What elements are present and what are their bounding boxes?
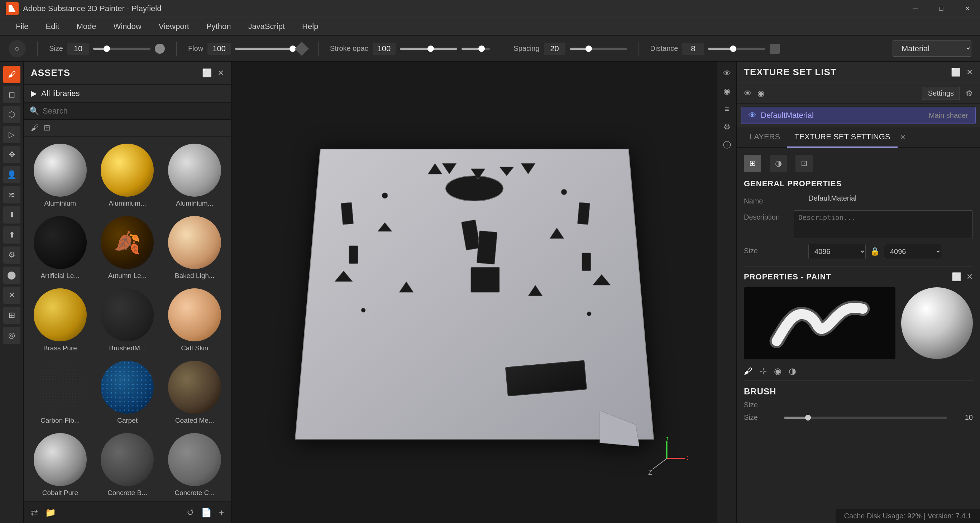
all-libraries-button[interactable]: ▶ All libraries bbox=[24, 84, 231, 103]
pp-close-icon[interactable]: ✕ bbox=[966, 272, 973, 281]
menu-file[interactable]: File bbox=[9, 20, 35, 33]
paint-dots-mode-icon[interactable]: ⊹ bbox=[760, 366, 767, 376]
list-item[interactable]: Brass Pure bbox=[28, 286, 92, 355]
list-item[interactable]: Aluminium... bbox=[162, 141, 227, 210]
list-item[interactable]: Autumn Le... bbox=[95, 213, 160, 283]
tsl-close-icon[interactable]: ✕ bbox=[966, 68, 973, 77]
layers-icon[interactable]: ≡ bbox=[719, 102, 735, 117]
brush-size-slider[interactable] bbox=[784, 416, 947, 419]
tab-layers[interactable]: LAYERS bbox=[743, 127, 787, 148]
tab-texture-set-settings[interactable]: TEXTURE SET SETTINGS bbox=[787, 127, 897, 148]
export-tool[interactable]: ⬆ bbox=[3, 226, 21, 243]
tss-square-icon[interactable]: ⊡ bbox=[795, 155, 813, 172]
anchor-tool[interactable]: ⬇ bbox=[3, 206, 21, 224]
visibility-icon[interactable]: 👁 bbox=[719, 66, 735, 81]
menu-javascript[interactable]: JavaScript bbox=[241, 20, 292, 33]
menu-viewport[interactable]: Viewport bbox=[151, 20, 196, 33]
folder-icon[interactable]: 📁 bbox=[45, 508, 56, 518]
add-icon[interactable]: + bbox=[219, 508, 224, 518]
toolbar-spacing-group: Spacing 20 bbox=[514, 43, 627, 55]
lock-icon[interactable]: 🔒 bbox=[870, 247, 880, 256]
menu-mode[interactable]: Mode bbox=[69, 20, 103, 33]
smudge-tool[interactable]: ≋ bbox=[3, 186, 21, 203]
tsl-toolbar: 👁 ◉ Settings ⚙ bbox=[737, 83, 980, 104]
settings-tool[interactable]: ⚙ bbox=[3, 246, 21, 264]
list-item[interactable]: Calf Skin bbox=[162, 286, 227, 355]
settings-icon[interactable]: ⚙ bbox=[719, 120, 735, 135]
viewport[interactable]: X Y Z bbox=[231, 62, 717, 523]
distance-value[interactable]: 8 bbox=[682, 43, 704, 55]
selection-tool[interactable]: ▷ bbox=[3, 126, 21, 143]
stroke-label: Stroke opac bbox=[330, 45, 368, 52]
menu-python[interactable]: Python bbox=[199, 20, 238, 33]
tsl-eye-icon[interactable]: 👁 bbox=[744, 89, 752, 98]
tsl-settings-button[interactable]: Settings bbox=[922, 87, 960, 100]
spacing-value[interactable]: 20 bbox=[544, 43, 565, 55]
search-input[interactable] bbox=[43, 107, 225, 116]
list-item[interactable]: Artificial Le... bbox=[28, 213, 92, 283]
material-select-wrapper[interactable]: Material bbox=[892, 40, 971, 57]
list-item[interactable]: BrushedM... bbox=[95, 286, 160, 355]
new-doc-icon[interactable]: 📄 bbox=[201, 508, 212, 518]
transform-tool[interactable]: ✥ bbox=[3, 146, 21, 163]
size-select-1[interactable]: 4096 2048 1024 512 bbox=[808, 244, 866, 259]
menu-edit[interactable]: Edit bbox=[38, 20, 66, 33]
list-item[interactable]: Carpet bbox=[95, 358, 160, 428]
eye-slash-icon[interactable]: ◉ bbox=[719, 84, 735, 99]
tsl-maximize-icon[interactable]: ⬜ bbox=[951, 68, 961, 77]
stroke-slider2[interactable] bbox=[461, 48, 490, 50]
assets-close-icon[interactable]: ✕ bbox=[218, 68, 224, 78]
texture-set-item[interactable]: 👁 DefaultMaterial Main shader bbox=[741, 107, 976, 124]
list-item[interactable]: Concrete C... bbox=[162, 430, 227, 500]
list-item[interactable]: Aluminium bbox=[28, 141, 92, 210]
minimize-button[interactable]: ─ bbox=[903, 0, 928, 17]
info-icon[interactable]: ⓘ bbox=[719, 138, 735, 153]
paint-brush-mode-icon[interactable]: 🖌 bbox=[744, 366, 752, 376]
stroke-slider[interactable] bbox=[400, 48, 457, 50]
tsl-eye-slash-icon[interactable]: ◉ bbox=[757, 89, 764, 98]
uv-tool[interactable]: ◎ bbox=[3, 327, 21, 344]
size-value[interactable]: 10 bbox=[67, 43, 89, 55]
list-item[interactable]: Concrete B... bbox=[95, 430, 160, 500]
tss-circle-icon[interactable]: ◑ bbox=[770, 155, 787, 172]
tss-tab-close[interactable]: ✕ bbox=[900, 133, 906, 141]
flow-value[interactable]: 100 bbox=[207, 43, 231, 55]
measure-tool[interactable]: ⊞ bbox=[3, 307, 21, 324]
distance-slider[interactable] bbox=[708, 48, 765, 50]
spacing-slider[interactable] bbox=[570, 48, 627, 50]
list-item[interactable]: Cobalt Pure bbox=[28, 430, 92, 500]
list-item[interactable]: Coated Me... bbox=[162, 358, 227, 428]
list-item[interactable]: Baked Ligh... bbox=[162, 213, 227, 283]
filter-brush-icon[interactable]: 🖌 bbox=[31, 123, 39, 132]
flow-slider[interactable] bbox=[235, 48, 293, 50]
description-textarea[interactable] bbox=[794, 210, 973, 239]
material-select[interactable]: Material bbox=[892, 40, 971, 57]
switch-view-icon[interactable]: ⇄ bbox=[31, 508, 38, 518]
list-item[interactable]: Carbon Fib... bbox=[28, 358, 92, 428]
statusbar: Cache Disk Usage: 92% | Version: 7.4.1 bbox=[835, 509, 980, 523]
stroke-value[interactable]: 100 bbox=[373, 43, 396, 55]
eraser-tool[interactable]: ◻ bbox=[3, 86, 21, 103]
clone-tool[interactable]: 👤 bbox=[3, 166, 21, 183]
picker-tool[interactable]: ✕ bbox=[3, 286, 21, 304]
filter-grid-icon[interactable]: ⊞ bbox=[44, 123, 50, 132]
tsl-gear-icon[interactable]: ⚙ bbox=[966, 89, 973, 98]
paint-half-circle-icon[interactable]: ◑ bbox=[789, 366, 796, 376]
fill-tool[interactable]: ⬤ bbox=[3, 267, 21, 284]
assets-title: ASSETS bbox=[31, 67, 70, 78]
paint-brush-tool[interactable]: 🖌 bbox=[3, 66, 21, 83]
size-select-2[interactable]: 4096 2048 1024 512 bbox=[884, 244, 941, 259]
list-item[interactable]: Aluminium... bbox=[95, 141, 160, 210]
menu-help[interactable]: Help bbox=[295, 20, 325, 33]
size-slider[interactable] bbox=[93, 48, 151, 50]
pp-expand-icon[interactable]: ⬜ bbox=[952, 272, 961, 281]
assets-maximize-icon[interactable]: ⬜ bbox=[202, 68, 212, 78]
refresh-icon[interactable]: ↺ bbox=[187, 508, 194, 518]
menu-window[interactable]: Window bbox=[106, 20, 148, 33]
close-button[interactable]: ✕ bbox=[954, 0, 980, 17]
projection-tool[interactable]: ⬡ bbox=[3, 106, 21, 123]
tss-grid-icon[interactable]: ⊞ bbox=[744, 155, 761, 172]
paint-circle-mode-icon[interactable]: ◉ bbox=[774, 366, 781, 376]
maximize-button[interactable]: □ bbox=[928, 0, 954, 17]
brush-shape-button[interactable]: ○ bbox=[9, 40, 26, 57]
